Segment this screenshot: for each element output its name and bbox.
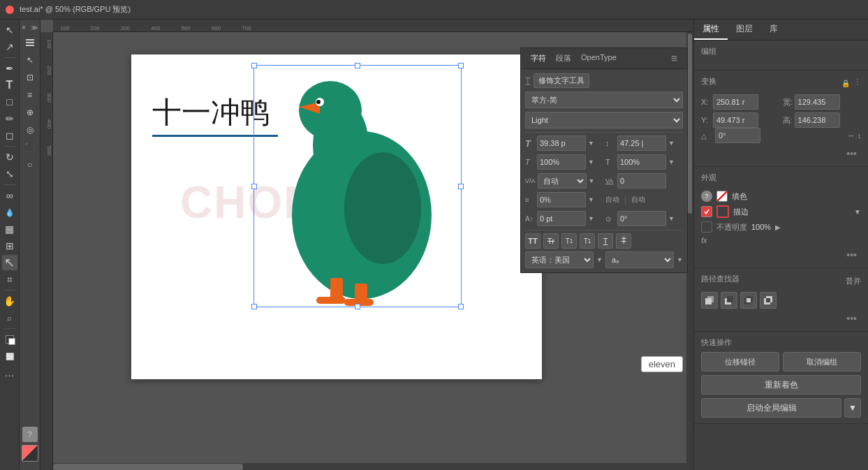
stroke-icon[interactable]: ○ — [22, 157, 38, 172]
anti-alias-select[interactable]: aₐ — [605, 251, 674, 268]
rotation-input[interactable] — [617, 211, 666, 226]
stroke-checkbox[interactable] — [701, 206, 712, 217]
scale-v-dropdown[interactable]: ▼ — [668, 159, 675, 166]
tab-library[interactable]: 库 — [761, 20, 786, 40]
stroke-swatch[interactable] — [716, 205, 729, 218]
btn-offset-path[interactable]: 位移锚径 — [701, 352, 779, 372]
transform-icon[interactable]: ⊡ — [22, 70, 38, 85]
leading-dropdown[interactable]: ▼ — [668, 140, 675, 147]
pf-minus[interactable] — [721, 292, 737, 309]
opacity-expand[interactable]: ▶ — [775, 223, 781, 231]
kerning-select[interactable]: 自动 — [538, 173, 587, 189]
cursor-tool-icon[interactable]: ↖ — [22, 52, 38, 68]
touch-type-tool-btn[interactable]: 修饰文字工具 — [534, 73, 589, 88]
indent-input[interactable] — [537, 192, 586, 207]
tool-cursor[interactable]: ↖ — [2, 255, 17, 270]
pathfinder-more[interactable]: ••• — [701, 311, 861, 325]
font-size-dropdown[interactable]: ▼ — [588, 140, 594, 147]
tool-pen[interactable]: ✒ — [2, 61, 17, 76]
tool-blend[interactable]: ∞ — [2, 188, 17, 203]
tool-pencil[interactable]: ✏ — [2, 111, 17, 126]
style-ts-btn[interactable]: T̄ — [616, 233, 631, 249]
tab-opentype[interactable]: OpenType — [577, 53, 621, 64]
font-family-select[interactable]: 萃方-简 — [525, 91, 683, 108]
tool-shape[interactable]: □ — [2, 94, 17, 110]
h-input[interactable] — [795, 112, 840, 128]
w-input[interactable] — [795, 94, 840, 110]
lock-proportions-icon[interactable]: 🔒 — [839, 78, 852, 90]
tool-select[interactable]: ↖ — [2, 22, 17, 38]
baseline-input[interactable] — [537, 211, 586, 226]
pf-intersect[interactable] — [740, 292, 757, 309]
baseline-dropdown[interactable]: ▼ — [588, 215, 594, 222]
style-tt-btn[interactable]: TT — [525, 233, 540, 249]
tool-more[interactable]: … — [2, 365, 17, 381]
pathfinder-icon[interactable]: ⊕ — [22, 105, 38, 120]
pf-exclude[interactable] — [760, 292, 777, 309]
appearance-more[interactable]: ••• — [701, 248, 861, 262]
global-edit-dropdown[interactable]: ▼ — [844, 398, 861, 418]
question-icon[interactable]: ? — [22, 427, 38, 442]
lang-dropdown[interactable]: ▼ — [596, 256, 603, 263]
tool-warp[interactable]: ⌗ — [2, 272, 17, 287]
align-icon[interactable]: ≡ — [22, 87, 38, 103]
swatch-icon[interactable]: ⬛ — [22, 140, 38, 155]
tool-text[interactable]: T — [2, 78, 17, 93]
tool-mesh[interactable]: ⊞ — [2, 238, 17, 254]
scale-h-dropdown[interactable]: ▼ — [588, 159, 594, 166]
flip-v-icon[interactable]: ↕ — [858, 131, 862, 140]
tool-rotate[interactable]: ↻ — [2, 149, 17, 165]
fill-stroke-indicator[interactable] — [22, 445, 38, 462]
tab-properties[interactable]: 属性 — [694, 20, 728, 40]
tab-layers[interactable]: 图层 — [728, 20, 761, 40]
font-style-select[interactable]: Light — [525, 112, 683, 128]
panel-close-icon[interactable]: × — [22, 24, 26, 31]
flip-h-icon[interactable]: ↔ — [848, 131, 855, 140]
scale-v-input[interactable] — [617, 154, 666, 170]
angle-input[interactable] — [715, 128, 760, 143]
style-tr-btn[interactable]: Tr — [543, 233, 559, 249]
tool-direct-select[interactable]: ↗ — [2, 39, 17, 54]
btn-ungroup[interactable]: 取消编组 — [783, 352, 861, 372]
tool-gradient[interactable]: ▦ — [2, 221, 17, 237]
tool-screen-mode[interactable]: ⬜ — [2, 348, 17, 364]
style-tsub-btn[interactable]: T1 — [580, 233, 595, 249]
aa-dropdown[interactable]: ▼ — [677, 256, 683, 263]
btn-recolor[interactable]: 重新着色 — [701, 375, 861, 395]
pf-unite[interactable] — [701, 292, 718, 309]
layers-icon[interactable] — [22, 35, 38, 50]
style-tu-btn[interactable]: T — [598, 233, 613, 249]
tracking-input[interactable] — [617, 173, 666, 189]
tool-eraser[interactable]: ◻ — [2, 128, 17, 143]
kerning-dropdown[interactable]: ▼ — [589, 177, 595, 184]
appearance2-icon[interactable]: ◎ — [22, 122, 38, 138]
pathfinder-more-btn[interactable]: 普并 — [846, 276, 861, 286]
leading-input[interactable] — [617, 135, 666, 151]
tool-zoom[interactable]: ⌕ — [2, 310, 17, 325]
btn-global-edit[interactable]: 启动全局编辑 — [701, 398, 841, 418]
y-input[interactable] — [713, 112, 758, 128]
tab-character[interactable]: 字符 — [527, 53, 550, 64]
tool-hand[interactable]: ✋ — [2, 293, 17, 309]
x-input[interactable] — [713, 94, 758, 110]
scale-h-input[interactable] — [537, 154, 586, 170]
style-tsup-btn[interactable]: T1 — [561, 233, 577, 249]
tool-fill-stroke[interactable] — [2, 332, 17, 347]
tool-scale[interactable]: ⤡ — [2, 166, 17, 182]
panel-expand-icon[interactable]: ≫ — [31, 24, 38, 31]
tab-paragraph[interactable]: 段落 — [552, 53, 575, 64]
stroke-expand-icon[interactable]: ▼ — [854, 207, 861, 216]
indent-dropdown[interactable]: ▼ — [588, 196, 594, 203]
char-panel-menu[interactable]: ≡ — [667, 51, 682, 66]
transform-more[interactable]: ••• — [701, 147, 861, 161]
opacity-checkbox-empty[interactable] — [701, 221, 712, 233]
language-select[interactable]: 英语：美国 — [525, 251, 594, 268]
scroll-horizontal[interactable] — [53, 463, 686, 470]
rotation-dropdown[interactable]: ▼ — [668, 215, 675, 222]
close-button[interactable] — [6, 6, 14, 14]
fill-swatch[interactable] — [716, 191, 728, 202]
fill-question-icon[interactable]: ? — [701, 191, 712, 202]
font-size-input[interactable] — [537, 135, 586, 151]
more-transform-icon[interactable]: ⋮ — [854, 78, 861, 90]
tool-eyedropper[interactable]: 💧 — [2, 205, 17, 220]
